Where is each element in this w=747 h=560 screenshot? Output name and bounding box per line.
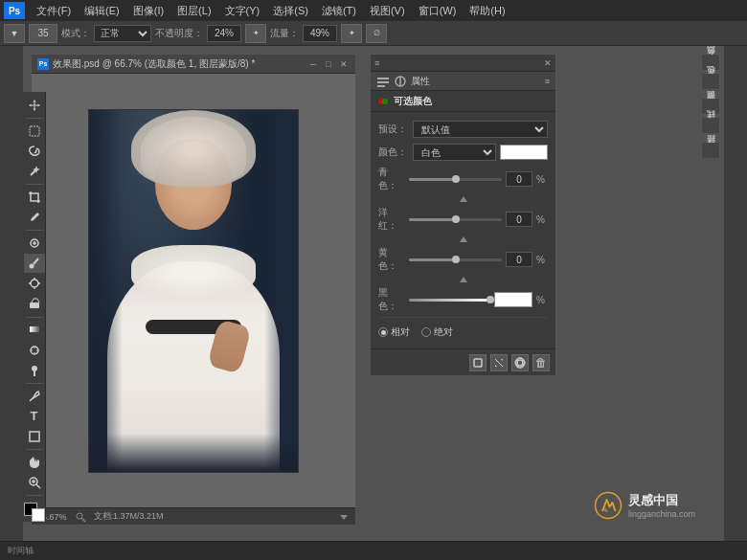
brush-size-btn[interactable]: 35: [29, 24, 57, 43]
minimize-btn[interactable]: ─: [307, 58, 319, 70]
yellow-arrow-row: [371, 273, 555, 284]
text-tool[interactable]: T: [24, 407, 45, 426]
brush-tool[interactable]: [24, 254, 45, 273]
menu-view[interactable]: 视图(V): [364, 2, 411, 20]
color-dropdown[interactable]: 白色: [413, 144, 496, 161]
yellow-value[interactable]: [506, 252, 532, 267]
yellow-track[interactable]: [409, 258, 502, 261]
crop-tool[interactable]: [24, 188, 45, 207]
color-swatch[interactable]: [500, 145, 548, 160]
magenta-slider-container: 洋红： %: [378, 206, 548, 233]
eyedropper-tool[interactable]: [24, 208, 45, 227]
clone-tool[interactable]: [24, 274, 45, 293]
menu-file[interactable]: 文件(F): [31, 2, 77, 20]
view-btn[interactable]: [511, 354, 529, 371]
magenta-up-arrow[interactable]: [460, 235, 467, 242]
pen-tool[interactable]: [24, 387, 45, 406]
properties-panel: ≡ ✕ 属性 ≡ 可选颜色 预设： 默认值: [370, 54, 556, 376]
nav-icon[interactable]: [338, 511, 350, 523]
paths-panel-tab[interactable]: 路径: [701, 142, 720, 159]
cyan-value[interactable]: [506, 171, 532, 187]
svg-rect-0: [30, 126, 39, 136]
magenta-thumb[interactable]: [452, 215, 460, 223]
fg-bg-color-selector[interactable]: [24, 503, 45, 522]
wand-tool[interactable]: [24, 162, 45, 181]
cyan-thumb[interactable]: [452, 175, 460, 183]
selective-color-title: 可选颜色: [394, 95, 550, 108]
preset-row: 预设： 默认值: [371, 118, 555, 141]
delete-btn[interactable]: 🗑: [532, 354, 550, 371]
zoom-icon: [75, 511, 86, 523]
radio-relative-circle[interactable]: [378, 327, 388, 337]
magenta-arrow-row: [371, 233, 555, 244]
zoom-tool[interactable]: [24, 473, 45, 492]
divider: [378, 317, 548, 318]
preset-dropdown[interactable]: 默认值: [413, 121, 548, 138]
stylus-btn[interactable]: ∅: [366, 24, 387, 43]
adjustments-panel-tab[interactable]: 调整: [701, 98, 720, 115]
menu-image[interactable]: 图像(I): [127, 2, 170, 20]
properties-panel-header: 属性 ≡: [371, 72, 555, 91]
panel-collapse-label: ≡: [374, 58, 379, 68]
background-color[interactable]: [32, 508, 45, 522]
radio-absolute-circle[interactable]: [421, 327, 431, 337]
radio-absolute[interactable]: 绝对: [421, 325, 453, 339]
svg-point-30: [382, 99, 388, 104]
magenta-value[interactable]: [506, 212, 532, 227]
black-label: 黑色：: [378, 286, 405, 313]
menu-filter[interactable]: 滤镜(T): [316, 2, 362, 20]
properties-collapse-btn[interactable]: ≡: [545, 77, 550, 86]
blur-tool[interactable]: [24, 340, 45, 359]
cyan-track[interactable]: [409, 178, 502, 181]
panel-close-x[interactable]: ✕: [544, 58, 552, 68]
black-slider-row: 黑色： %: [371, 284, 555, 313]
gradient-tool[interactable]: [24, 320, 45, 339]
heal-tool[interactable]: [24, 234, 45, 253]
swatches-panel-tab[interactable]: 色板: [701, 73, 720, 90]
cyan-arrow-row: [371, 192, 555, 204]
eraser-tool[interactable]: [24, 294, 45, 313]
yellow-thumb[interactable]: [452, 256, 460, 263]
preset-label: 预设：: [378, 123, 409, 136]
black-track[interactable]: [409, 299, 490, 302]
menu-select[interactable]: 选择(S): [267, 2, 314, 20]
marquee-tool[interactable]: [24, 122, 45, 141]
menu-help[interactable]: 帮助(H): [464, 2, 510, 20]
magenta-track[interactable]: [409, 218, 502, 221]
canvas-area[interactable]: [32, 74, 355, 507]
panel-footer: 🗑: [371, 348, 555, 375]
menu-edit[interactable]: 编辑(E): [79, 2, 125, 20]
lasso-tool[interactable]: [24, 142, 45, 161]
menu-window[interactable]: 窗口(W): [413, 2, 463, 20]
styles-panel-tab[interactable]: 样式: [701, 117, 720, 134]
color-panel-tab[interactable]: 颜色: [701, 54, 720, 71]
opacity-input[interactable]: [207, 25, 241, 42]
mode-dropdown[interactable]: 正常: [94, 25, 151, 42]
panel-icon: [376, 75, 390, 88]
menu-text[interactable]: 文字(Y): [219, 2, 266, 20]
shape-tool[interactable]: [24, 427, 45, 446]
magenta-label: 洋红：: [378, 206, 405, 233]
reset-layer-btn[interactable]: [469, 354, 487, 371]
opacity-label: 不透明度：: [155, 27, 203, 40]
restore-btn[interactable]: □: [323, 58, 334, 70]
black-thumb[interactable]: [487, 296, 494, 303]
airbrush-btn[interactable]: ✦: [245, 24, 266, 43]
move-tool[interactable]: [24, 96, 45, 115]
yellow-up-arrow[interactable]: [460, 275, 467, 282]
menu-layer[interactable]: 图层(L): [171, 2, 216, 20]
cyan-up-arrow[interactable]: [460, 194, 467, 202]
status-bar: 时间轴: [0, 541, 747, 560]
flow-btn[interactable]: ✦: [341, 24, 362, 43]
svg-point-32: [517, 360, 523, 366]
radio-absolute-label: 绝对: [434, 325, 453, 339]
tool-preset-btn[interactable]: ▼: [4, 24, 25, 43]
clip-layer-btn[interactable]: [490, 354, 508, 371]
dodge-tool[interactable]: [24, 361, 45, 380]
radio-relative[interactable]: 相对: [378, 325, 410, 339]
black-value-swatch[interactable]: [494, 292, 532, 307]
close-btn[interactable]: ✕: [338, 58, 350, 70]
hand-tool[interactable]: [24, 453, 45, 472]
flow-input[interactable]: [303, 25, 337, 42]
photo-canvas[interactable]: [88, 109, 299, 473]
